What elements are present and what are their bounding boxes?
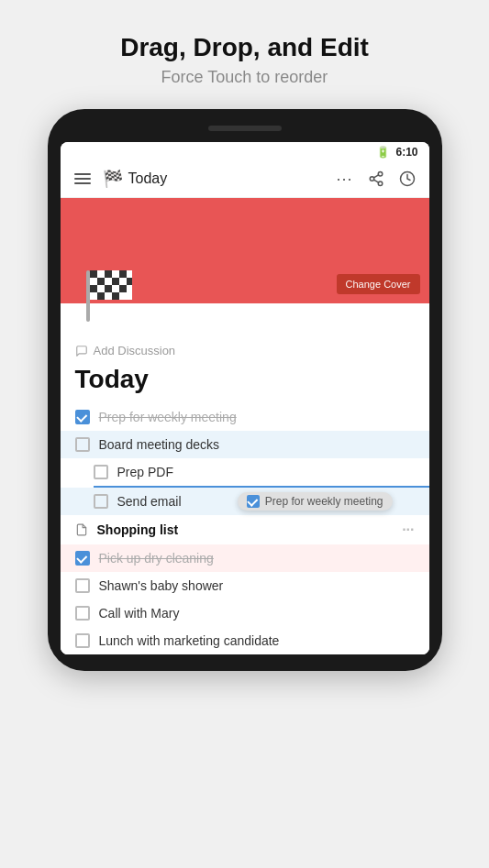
svg-rect-13 [127, 278, 132, 285]
svg-rect-15 [105, 285, 112, 292]
share-icon [368, 170, 384, 187]
task-text: Shawn's baby shower [99, 578, 224, 593]
task-text: Lunch with marketing candidate [99, 633, 280, 648]
promo-title: Drag, Drop, and Edit [120, 33, 369, 62]
task-text: Pick up dry cleaning [99, 551, 214, 566]
task-item[interactable]: Prep for weekly meeting [61, 403, 429, 431]
clock-icon [399, 170, 416, 187]
clock-button[interactable] [395, 166, 420, 192]
flag-icon: 🏁 [103, 169, 123, 189]
promo-header: Drag, Drop, and Edit Force Touch to reor… [102, 0, 387, 109]
chat-icon [75, 345, 88, 357]
svg-rect-14 [90, 285, 97, 292]
task-text: Board meeting decks [99, 437, 220, 452]
drag-ghost: Prep for weekly meeting [238, 492, 393, 511]
svg-rect-17 [97, 292, 105, 300]
svg-rect-9 [105, 270, 112, 278]
app-bar-title-group: 🏁 Today [103, 169, 325, 189]
task-checkbox[interactable] [75, 410, 90, 424]
share-button[interactable] [363, 166, 389, 192]
status-bar: 🔋 6:10 [61, 142, 429, 160]
svg-rect-6 [86, 270, 90, 322]
content-area: Add Discussion Today Prep for weekly mee… [61, 303, 429, 654]
battery-icon: 🔋 [376, 146, 390, 159]
promo-subtitle: Force Touch to reorder [120, 68, 369, 87]
svg-rect-8 [90, 270, 97, 278]
task-checkbox[interactable] [75, 578, 90, 593]
svg-line-3 [373, 180, 378, 182]
task-item[interactable]: Shawn's baby shower [61, 572, 429, 599]
app-bar-title: Today [128, 170, 168, 187]
task-list: Prep for weekly meeting Board meeting de… [61, 403, 429, 654]
svg-rect-12 [112, 278, 119, 285]
more-dots-icon: ··· [336, 170, 352, 189]
page-title: Today [61, 363, 429, 403]
sub-task-item[interactable]: Prep PDF [61, 458, 429, 486]
section-label: Shopping list [97, 522, 179, 537]
drag-ghost-checkbox [247, 495, 260, 508]
phone-speaker [208, 126, 282, 131]
phone-frame: 🔋 6:10 🏁 Today ··· [48, 109, 442, 671]
svg-rect-10 [119, 270, 127, 278]
svg-rect-16 [119, 285, 127, 292]
task-item[interactable]: Pick up dry cleaning [61, 544, 429, 572]
task-text: Send email [117, 494, 182, 509]
task-checkbox[interactable] [75, 633, 90, 648]
cover-area: Change Cover [61, 198, 429, 303]
task-text: Call with Mary [99, 606, 180, 621]
app-bar-actions: ··· [332, 166, 420, 192]
task-text: Prep for weekly meeting [99, 410, 237, 424]
more-button[interactable]: ··· [332, 166, 358, 192]
section-more-button[interactable]: ··· [402, 522, 414, 538]
task-checkbox[interactable] [94, 494, 108, 509]
task-checkbox[interactable] [94, 465, 108, 479]
task-checkbox[interactable] [75, 606, 90, 621]
task-item[interactable]: Call with Mary [61, 599, 429, 627]
change-cover-button[interactable]: Change Cover [337, 274, 420, 294]
status-time: 6:10 [395, 146, 417, 159]
phone-screen: 🔋 6:10 🏁 Today ··· [61, 142, 429, 654]
task-item[interactable]: Board meeting decks [61, 431, 429, 458]
svg-rect-11 [97, 278, 105, 285]
task-item[interactable]: Lunch with marketing candidate [61, 627, 429, 654]
sub-task-item[interactable]: Send email Prep for weekly meeting [61, 488, 429, 515]
task-checkbox[interactable] [75, 437, 90, 452]
app-bar: 🏁 Today ··· [61, 160, 429, 198]
menu-button[interactable] [70, 166, 95, 192]
drag-ghost-text: Prep for weekly meeting [265, 495, 383, 508]
doc-icon [75, 523, 88, 536]
task-text: Prep PDF [117, 465, 173, 479]
hamburger-icon [74, 173, 91, 184]
flag-image [77, 263, 143, 329]
svg-rect-18 [112, 292, 119, 300]
task-checkbox[interactable] [75, 551, 90, 566]
section-item[interactable]: Shopping list ··· [61, 515, 429, 544]
svg-line-4 [373, 175, 378, 178]
add-discussion-label: Add Discussion [94, 344, 176, 357]
